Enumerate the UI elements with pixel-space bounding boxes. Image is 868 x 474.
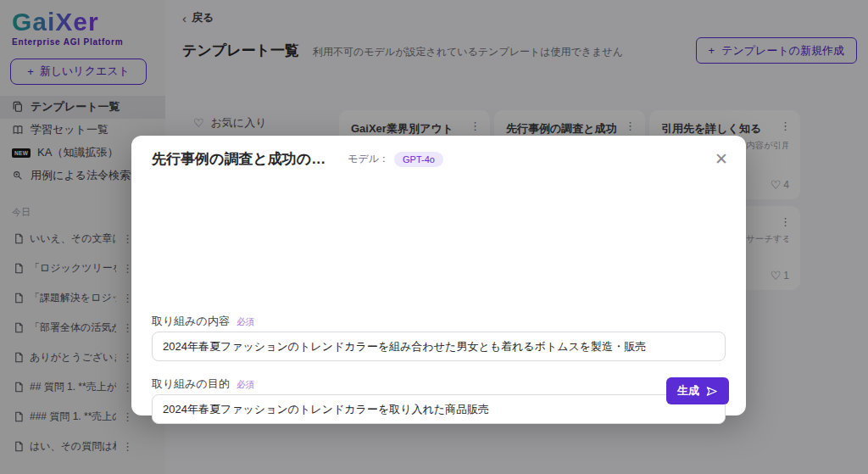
modal-title: 先行事例の調査と成功の… xyxy=(152,149,326,169)
model-info: モデル： GPT-4o xyxy=(348,152,443,167)
field-input-torikumi-mokuteki[interactable] xyxy=(152,394,726,424)
close-icon[interactable]: ✕ xyxy=(711,148,732,170)
field-label: 取り組みの目的必須 xyxy=(152,376,254,392)
required-badge: 必須 xyxy=(236,379,254,389)
field-input-torikumi-naiyo[interactable] xyxy=(152,332,726,361)
model-label: モデル： xyxy=(348,152,389,166)
field-label: 取り組みの内容必須 xyxy=(152,314,254,329)
required-badge: 必須 xyxy=(236,316,254,326)
generate-button[interactable]: 生成 xyxy=(666,377,729,404)
send-icon xyxy=(705,385,718,398)
template-run-modal: 先行事例の調査と成功の… モデル： GPT-4o ✕ 取り組みの内容必須 取り組… xyxy=(131,136,746,415)
model-badge: GPT-4o xyxy=(394,152,443,167)
generate-label: 生成 xyxy=(677,383,699,399)
modal-header: 先行事例の調査と成功の… モデル： GPT-4o xyxy=(152,149,443,169)
